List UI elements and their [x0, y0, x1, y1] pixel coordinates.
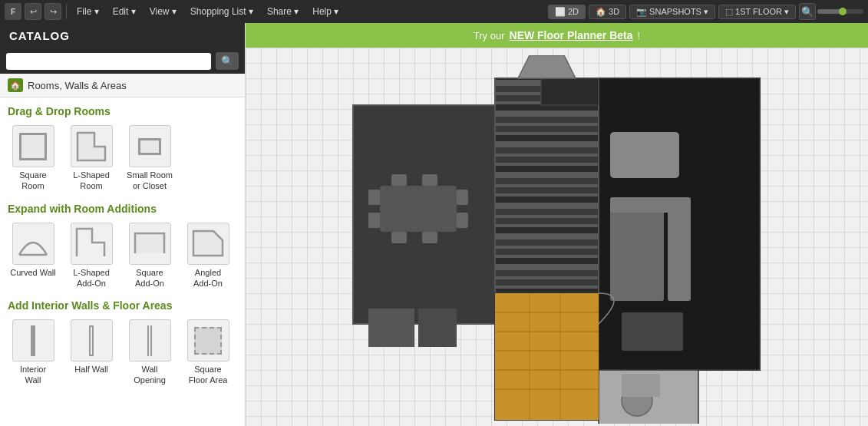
svg-marker-39: [518, 55, 576, 78]
toolbar: F ↩ ↪ File ▾ Edit ▾ View ▾ Shopping List…: [0, 0, 868, 23]
2d-view-button[interactable]: ⬜ 2D: [548, 5, 586, 19]
breadcrumb-text: Rooms, Walls & Areas: [28, 80, 127, 91]
l-shaped-room-label: L-ShapedRoom: [73, 170, 110, 192]
l-addon-shape: [75, 227, 107, 259]
item-curved-wall[interactable]: Curved Wall: [6, 223, 60, 289]
promo-text: Try our: [474, 30, 505, 41]
svg-rect-37: [622, 374, 660, 397]
floor-plan-container[interactable]: [246, 48, 868, 426]
square-addon-label: SquareAdd-On: [135, 267, 164, 289]
wall-opening-icon: [129, 319, 171, 362]
item-l-shaped-addon[interactable]: L-ShapedAdd-On: [64, 223, 118, 289]
angled-addon-icon: [187, 223, 229, 265]
floor-selector-button[interactable]: ⬚ 1ST FLOOR ▾: [718, 5, 796, 19]
angled-addon-shape: [192, 230, 224, 257]
svg-rect-24: [622, 312, 683, 351]
search-button[interactable]: 🔍: [216, 52, 239, 70]
section-expand-title: Expand with Room Additions: [0, 195, 245, 220]
2d-icon: ⬜: [555, 7, 566, 17]
redo-button[interactable]: ↪: [45, 3, 61, 20]
interior-walls-grid: InteriorWall Half Wall WallOpening Squar…: [0, 316, 245, 389]
svg-rect-17: [391, 174, 407, 186]
half-wall-icon: [71, 319, 113, 362]
square-floor-shape: [194, 327, 222, 355]
wall-opening-shape: [147, 325, 152, 356]
zoom-slider-thumb[interactable]: [839, 8, 847, 15]
item-small-room[interactable]: Small Roomor Closet: [123, 125, 177, 192]
interior-wall-shape: [31, 325, 35, 356]
svg-rect-16: [457, 213, 468, 228]
item-half-wall[interactable]: Half Wall: [64, 319, 118, 386]
square-room-icon: [12, 125, 54, 167]
item-angled-addon[interactable]: AngledAdd-On: [181, 223, 235, 289]
l-room-icon: [71, 125, 113, 167]
small-room-icon: [129, 125, 171, 167]
app-logo: F: [5, 3, 21, 20]
angled-addon-label: AngledAdd-On: [193, 267, 223, 289]
zoom-icon: 🔍: [799, 3, 816, 20]
help-menu[interactable]: Help ▾: [307, 5, 344, 18]
item-wall-opening[interactable]: WallOpening: [123, 319, 177, 386]
search-input[interactable]: [6, 53, 211, 70]
small-room-label: Small Roomor Closet: [127, 170, 173, 192]
shopping-menu[interactable]: Shopping List ▾: [185, 5, 259, 18]
wall-opening-label: WallOpening: [134, 364, 166, 386]
curved-wall-label: Curved Wall: [10, 267, 56, 278]
zoom-control: 🔍: [799, 3, 863, 20]
svg-rect-25: [610, 132, 679, 178]
toolbar-separator-1: [66, 4, 67, 19]
undo-button[interactable]: ↩: [25, 3, 41, 20]
section-drag-title: Drag & Drop Rooms: [0, 97, 245, 122]
square-floor-label: SquareFloor Area: [189, 364, 228, 386]
3d-view-button[interactable]: 🏠 3D: [589, 5, 626, 19]
curved-wall-icon: [12, 223, 54, 265]
square-room-label: SquareRoom: [19, 170, 46, 192]
svg-rect-20: [422, 232, 437, 243]
promo-suffix: !: [638, 30, 641, 41]
item-l-shaped-room[interactable]: L-ShapedRoom: [64, 125, 118, 192]
drag-rooms-grid: SquareRoom L-ShapedRoom Small Roomor Clo…: [0, 122, 245, 195]
small-room-shape: [138, 138, 161, 155]
l-room-shape: [76, 131, 107, 162]
home-icon[interactable]: 🏠: [8, 78, 23, 92]
search-bar: 🔍: [0, 48, 245, 74]
svg-rect-21: [610, 209, 664, 301]
svg-rect-14: [368, 213, 380, 228]
share-menu[interactable]: Share ▾: [262, 5, 304, 18]
svg-rect-19: [391, 232, 407, 243]
svg-marker-0: [78, 133, 105, 160]
square-room-shape: [19, 133, 47, 160]
square-floor-icon: [187, 319, 229, 362]
svg-rect-27: [418, 309, 457, 347]
floor-plan-svg[interactable]: [269, 55, 767, 424]
l-shaped-addon-label: L-ShapedAdd-On: [73, 267, 110, 289]
breadcrumb: 🏠 Rooms, Walls & Areas: [0, 74, 245, 97]
item-interior-wall[interactable]: InteriorWall: [6, 319, 60, 386]
half-wall-label: Half Wall: [74, 364, 108, 375]
square-addon-icon: [129, 223, 171, 265]
main-layout: CATALOG 🔍 🏠 Rooms, Walls & Areas Drag & …: [0, 23, 868, 426]
3d-icon: 🏠: [596, 7, 606, 17]
promo-link[interactable]: NEW Floor Planner Beta: [510, 29, 633, 41]
camera-icon: 📷: [636, 7, 647, 17]
zoom-slider[interactable]: [817, 9, 863, 14]
half-wall-shape: [89, 325, 94, 356]
promo-banner: Try our NEW Floor Planner Beta !: [246, 23, 868, 48]
item-square-addon[interactable]: SquareAdd-On: [123, 223, 177, 289]
svg-rect-18: [422, 174, 437, 186]
snapshots-button[interactable]: 📷 SNAPSHOTS ▾: [629, 5, 715, 19]
edit-menu[interactable]: Edit ▾: [107, 5, 141, 18]
curved-wall-shape: [16, 229, 50, 258]
svg-rect-12: [380, 186, 457, 232]
item-square-room[interactable]: SquareRoom: [6, 125, 60, 192]
svg-rect-13: [368, 190, 380, 205]
toolbar-right: ⬜ 2D 🏠 3D 📷 SNAPSHOTS ▾ ⬚ 1ST FLOOR ▾ 🔍: [548, 3, 863, 20]
svg-rect-15: [457, 190, 468, 205]
file-menu[interactable]: File ▾: [71, 5, 104, 18]
canvas-area[interactable]: Try our NEW Floor Planner Beta !: [246, 23, 868, 426]
item-square-floor-area[interactable]: SquareFloor Area: [181, 319, 235, 386]
catalog-header: CATALOG: [0, 23, 245, 48]
view-menu[interactable]: View ▾: [144, 5, 182, 18]
l-addon-icon: [71, 223, 113, 265]
svg-rect-22: [668, 209, 691, 301]
